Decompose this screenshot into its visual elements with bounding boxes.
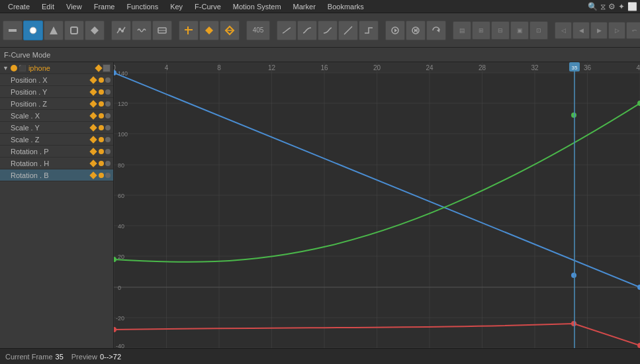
toolbar-btn-4[interactable] <box>64 21 84 40</box>
mute-dot[interactable] <box>105 149 111 154</box>
menu-key[interactable]: Key <box>165 1 188 12</box>
toolbar-btn-3[interactable] <box>44 21 64 40</box>
menu-marker[interactable]: Marker <box>288 1 321 12</box>
toolbar-btn-2[interactable] <box>23 21 43 40</box>
toolbar-group-interp <box>277 21 379 40</box>
toolbar-btn-step[interactable] <box>359 21 379 40</box>
key-dot[interactable] <box>99 125 104 130</box>
track-object-icon: ⬛ <box>19 65 26 71</box>
track-rotation-p[interactable]: Rotation . P <box>0 146 113 158</box>
menu-frame[interactable]: Frame <box>89 1 120 12</box>
star-icon[interactable]: ✦ <box>618 2 625 11</box>
track-pos-x-label: Position . X <box>3 76 91 84</box>
track-position-x[interactable]: Position . X <box>0 74 113 86</box>
mute-dot[interactable] <box>105 173 111 178</box>
track-scale-y[interactable]: Scale . Y <box>0 122 113 134</box>
svg-marker-2 <box>50 26 58 34</box>
toolbar-btn-key3[interactable] <box>220 21 240 40</box>
key-dot[interactable] <box>99 161 104 166</box>
key-diamond[interactable] <box>89 124 97 131</box>
menu-functions[interactable]: Functions <box>121 1 163 12</box>
track-position-y[interactable]: Position . Y <box>0 86 113 98</box>
menu-bookmarks[interactable]: Bookmarks <box>322 1 369 12</box>
track-visibility-icon[interactable] <box>11 65 17 71</box>
toolbar-btn-ease3[interactable] <box>318 21 338 40</box>
key-dot[interactable] <box>99 101 104 107</box>
mute-dot[interactable] <box>105 77 111 83</box>
track-scale-x-controls <box>91 113 111 118</box>
settings-icon[interactable]: ⚙ <box>608 2 616 11</box>
key-dot[interactable] <box>99 113 104 118</box>
track-expand-icon: ▼ <box>3 65 9 71</box>
expand-icon[interactable]: ⬜ <box>627 2 637 11</box>
toolbar-btn-r1[interactable]: ◁ <box>555 22 572 39</box>
toolbar-btn-loop3[interactable] <box>426 21 446 40</box>
mute-dot[interactable] <box>105 137 111 142</box>
track-lock-btn[interactable] <box>103 64 111 72</box>
toolbar-btn-extra3[interactable]: ⊟ <box>491 21 510 40</box>
track-rotation-b[interactable]: Rotation . B <box>0 169 113 181</box>
toolbar-btn-box[interactable] <box>152 21 172 40</box>
mute-dot[interactable] <box>105 161 111 166</box>
menu-motion-system[interactable]: Motion System <box>228 1 287 12</box>
toolbar-btn-loop1[interactable] <box>385 21 405 40</box>
key-dot[interactable] <box>99 77 104 83</box>
menu-create[interactable]: Create <box>3 1 35 12</box>
toolbar-btn-r5[interactable]: ⤺ <box>626 22 640 39</box>
toolbar-btn-motion[interactable] <box>111 21 131 40</box>
track-position-z[interactable]: Position . Z <box>0 98 113 110</box>
toolbar-btn-add-key[interactable] <box>179 21 199 40</box>
toolbar-btn-1[interactable] <box>3 21 23 40</box>
track-rotation-h[interactable]: Rotation . H <box>0 158 113 169</box>
toolbar-btn-key2[interactable] <box>199 21 219 40</box>
filter-icon[interactable]: ⧖ <box>600 2 606 11</box>
svg-text:4: 4 <box>165 64 169 71</box>
toolbar-btn-r4[interactable]: ▷ <box>608 22 625 39</box>
key-diamond[interactable] <box>89 171 97 179</box>
svg-text:28: 28 <box>479 64 486 71</box>
toolbar-btn-extra1[interactable]: ▤ <box>453 21 471 40</box>
key-diamond[interactable] <box>89 112 97 119</box>
key-diamond[interactable] <box>89 136 97 143</box>
key-dot[interactable] <box>99 173 104 178</box>
toolbar-btn-extra4[interactable]: ▣ <box>510 21 529 40</box>
track-key-btn[interactable] <box>95 64 102 71</box>
menu-edit[interactable]: Edit <box>36 1 60 12</box>
toolbar-btn-ease[interactable] <box>277 21 297 40</box>
toolbar-btn-linear[interactable] <box>338 21 358 40</box>
key-diamond[interactable] <box>89 159 97 167</box>
svg-text:40: 40 <box>118 223 124 230</box>
toolbar-btn-wave[interactable] <box>132 21 152 40</box>
key-diamond[interactable] <box>89 100 97 107</box>
toolbar-btn-loop2[interactable] <box>406 21 426 40</box>
toolbar-btn-extra5[interactable]: ⊡ <box>529 21 548 40</box>
key-dot[interactable] <box>99 137 104 142</box>
svg-text:20: 20 <box>373 64 381 71</box>
mute-dot[interactable] <box>105 89 111 95</box>
key-diamond[interactable] <box>89 88 97 95</box>
toolbar-btn-ease2[interactable] <box>297 21 317 40</box>
track-parent-iphone[interactable]: ▼ ⬛ iphone <box>0 62 113 74</box>
toolbar-btn-r2[interactable]: ◀ <box>572 22 590 39</box>
track-scale-x[interactable]: Scale . X <box>0 110 113 122</box>
toolbar-group-extra: ▤ ⊞ ⊟ ▣ ⊡ <box>453 21 548 40</box>
toolbar-btn-extra2[interactable]: ⊞ <box>472 21 490 40</box>
key-diamond[interactable] <box>89 148 97 155</box>
menu-view[interactable]: View <box>61 1 87 12</box>
graph-area[interactable]: 0 4 8 12 16 20 24 28 32 36 40 <box>114 62 640 348</box>
key-dot[interactable] <box>99 149 104 154</box>
svg-text:-40: -40 <box>116 343 124 348</box>
mute-dot[interactable] <box>105 113 111 118</box>
track-scale-z[interactable]: Scale . Z <box>0 134 113 146</box>
key-diamond[interactable] <box>89 76 97 83</box>
track-pos-y-label: Position . Y <box>3 88 91 96</box>
toolbar-btn-r3[interactable]: ▶ <box>590 22 608 39</box>
mute-dot[interactable] <box>105 101 111 107</box>
toolbar-btn-input[interactable]: 405 <box>246 21 270 40</box>
search-icon[interactable]: 🔍 <box>588 2 598 11</box>
key-dot[interactable] <box>99 89 104 95</box>
menu-fcurve[interactable]: F-Curve <box>189 1 226 12</box>
mute-dot[interactable] <box>105 125 111 130</box>
toolbar-btn-5[interactable] <box>85 21 105 40</box>
track-scale-y-label: Scale . Y <box>3 124 91 132</box>
